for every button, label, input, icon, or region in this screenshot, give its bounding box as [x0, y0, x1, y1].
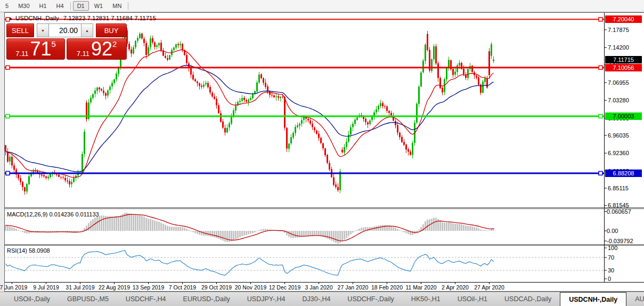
sell-price-sup: 5: [52, 40, 56, 48]
rsi-label: RSI(14) 58.0908: [7, 247, 50, 254]
price-tick-label: 6.92360: [608, 150, 629, 156]
price-tick-label: 7.06955: [608, 79, 629, 86]
price-badge-7.10056: 7.10056: [605, 64, 642, 71]
tab-audusddaily[interactable]: AUDUSD-,Daily: [626, 292, 644, 306]
date-label: 9 Jul 2019: [33, 284, 59, 291]
hline-handle[interactable]: [599, 171, 602, 175]
price-badge-7.00003: 7.00003: [605, 112, 642, 120]
volume-input[interactable]: 20.00: [49, 23, 81, 37]
macd-axis-label: -0.039792: [607, 238, 633, 244]
date-label: 7 Oct 2019: [169, 284, 196, 291]
tab-hk50h1[interactable]: HK50-,H1: [403, 292, 449, 306]
date-label: 2 Apr 2020: [442, 284, 469, 291]
chart-ohlc-quotes: 7.12823 7.12831 7.11684 7.11715: [63, 15, 156, 21]
hline-handle[interactable]: [599, 66, 602, 69]
tab-usoilh1[interactable]: USOil-,H1: [449, 292, 496, 306]
tab-usdjpyh4[interactable]: USDJPY-,H4: [239, 292, 294, 306]
hline-handle[interactable]: [6, 171, 10, 175]
buy-price-prefix: 7.11: [77, 50, 89, 58]
price-tick-label: 6.96035: [608, 132, 629, 139]
chart-title: ▲USDCNH-,Daily7.12823 7.12831 7.11684 7.…: [9, 15, 156, 21]
volume-increase-icon[interactable]: ▲: [81, 23, 93, 37]
date-label: 22 Aug 2019: [99, 284, 130, 291]
tab-usdcaddaily[interactable]: USDCAD-,Daily: [496, 292, 560, 306]
macd-axis-label: 0.060657: [607, 208, 631, 215]
date-label: 27 Jan 2020: [338, 284, 369, 291]
date-label: 13 Sep 2019: [133, 284, 165, 291]
sell-button[interactable]: SELL: [6, 23, 34, 37]
date-label: 17 Jun 2019: [0, 284, 27, 291]
volume-stepper: ▼ 20.00 ▲: [37, 23, 93, 37]
price-badge-6.88208: 6.88208: [605, 170, 642, 177]
tab-gbpusdm5[interactable]: GBPUSD-,M5: [59, 292, 117, 306]
price-badge-7.20040: 7.20040: [605, 15, 642, 23]
buy-price-sup: 2: [112, 40, 117, 48]
hline-handle[interactable]: [599, 114, 602, 118]
buy-button[interactable]: BUY: [96, 23, 127, 37]
tab-dj30h4[interactable]: DJ30-,H4: [294, 292, 339, 306]
date-label: 27 Apr 2020: [474, 284, 504, 291]
date-label: 31 Jul 2019: [66, 284, 94, 291]
volume-decrease-icon[interactable]: ▼: [37, 23, 49, 37]
symbol-tab-bar: USOil-,DailyGBPUSD-,M5USDCHF-,H4EURUSD-,…: [0, 292, 644, 306]
tab-usdcnhdaily[interactable]: USDCNH-,Daily: [560, 292, 626, 306]
sell-price-prefix: 7.11: [15, 50, 28, 58]
price-tick-label: 7.03280: [608, 97, 629, 103]
date-label: 12 Dec 2019: [269, 284, 301, 291]
trading-terminal: { "toolbar": { "periods": ["5","M30","H1…: [0, 0, 644, 306]
one-click-trading-panel: SELL ▼ 20.00 ▲ BUY 7.11 71 5 7.11 92 2: [6, 23, 127, 60]
rsi-axis-label: 30: [608, 267, 614, 273]
sell-price-button[interactable]: 7.11 71 5: [6, 38, 65, 60]
hline-handle[interactable]: [599, 18, 602, 21]
tab-usoildaily[interactable]: USOil-,Daily: [5, 292, 59, 306]
price-tick-label: 6.81545: [608, 202, 629, 208]
date-label: 18 Feb 2020: [371, 284, 403, 291]
price-badge-7.11715: 7.11715: [605, 56, 642, 63]
tab-eurusddaily[interactable]: EURUSD-,Daily: [175, 292, 239, 306]
macd-axis-label: 0.00: [607, 228, 618, 234]
price-tick-label: 7.17875: [608, 27, 629, 33]
hline-handle[interactable]: [6, 114, 10, 118]
tab-usdchfh4[interactable]: USDCHF-,H4: [117, 292, 175, 306]
date-label: 29 Oct 2019: [201, 284, 232, 291]
price-tick-label: 7.14200: [608, 44, 629, 51]
date-label: 11 Mar 2020: [405, 284, 436, 291]
rsi-axis-label: 100: [608, 245, 617, 251]
chart-symbol-period: USDCNH-,Daily: [15, 15, 59, 21]
chart-marker-icon: ▲: [9, 16, 13, 21]
buy-price-big: 92: [91, 40, 112, 58]
price-tick-label: 6.85115: [608, 185, 629, 191]
macd-label: MACD(12,26,9) 0.014236 0.011133: [7, 211, 99, 218]
rsi-axis-label: 70: [608, 254, 614, 261]
hline-handle[interactable]: [6, 66, 10, 69]
date-label: 20 Nov 2019: [235, 284, 267, 291]
tab-usdchfdaily[interactable]: USDCHF-,Daily: [339, 292, 403, 306]
date-label: 3 Jan 2020: [305, 284, 333, 291]
rsi-axis-label: 0: [608, 276, 611, 282]
buy-price-button[interactable]: 7.11 92 2: [67, 38, 127, 60]
sell-price-big: 71: [30, 40, 51, 58]
